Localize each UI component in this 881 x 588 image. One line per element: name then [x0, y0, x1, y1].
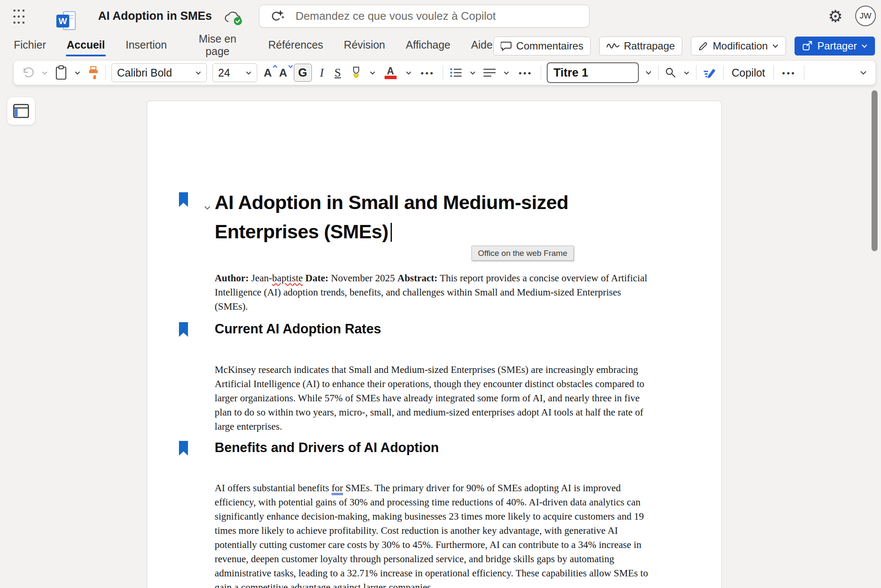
menubar: Fichier Accueil Insertion Mise en page R…: [0, 32, 881, 59]
chevron-down-icon: [74, 71, 80, 75]
copilot-button[interactable]: Copilot: [729, 66, 768, 80]
italic-button[interactable]: I: [317, 66, 327, 80]
style-combo[interactable]: Titre 1: [547, 62, 639, 83]
chevron-down-icon: [406, 71, 412, 75]
doc-meta-paragraph[interactable]: Author: Jean-baptiste Date: November 202…: [215, 271, 654, 314]
menu-mise-en-page[interactable]: Mise en page: [187, 28, 249, 65]
undo-menu-chevron[interactable]: [41, 70, 49, 76]
search-icon: [665, 67, 676, 78]
ribbon-divider: [804, 65, 804, 80]
grow-font-button[interactable]: A: [263, 65, 273, 80]
chevron-down-icon: [645, 71, 652, 75]
more-paragraph-options-button[interactable]: ●●●: [516, 69, 535, 77]
chevron-down-icon: [370, 71, 376, 75]
document-page[interactable]: AI Adoption in Small and Medium-sized En…: [147, 101, 722, 588]
copilot-search-box[interactable]: [259, 5, 589, 28]
menu-items: Fichier Accueil Insertion Mise en page R…: [13, 28, 493, 65]
copilot-search-input[interactable]: [295, 9, 585, 23]
font-name-combo[interactable]: Calibri Bold: [111, 63, 207, 82]
bookmark-icon: [179, 322, 188, 337]
comment-icon: [501, 41, 512, 51]
highlighter-icon: [350, 66, 362, 79]
format-painter-icon: [88, 65, 99, 80]
font-color-menu-chevron[interactable]: [405, 70, 413, 76]
align-lines-icon: [483, 68, 496, 77]
doc-heading2-adoption[interactable]: Current AI Adoption Rates: [215, 321, 381, 337]
ribbon-divider: [443, 65, 443, 80]
menu-affichage[interactable]: Affichage: [405, 34, 451, 58]
format-painter-button[interactable]: [87, 65, 100, 81]
share-button[interactable]: Partager: [795, 37, 875, 55]
pencil-icon: [698, 41, 708, 51]
bold-button[interactable]: G: [294, 64, 312, 82]
style-menu-chevron[interactable]: [644, 70, 653, 76]
menu-aide[interactable]: Aide: [470, 34, 493, 58]
font-size-combo[interactable]: 24: [213, 63, 257, 82]
paste-button[interactable]: [54, 65, 68, 81]
find-button[interactable]: [664, 66, 677, 79]
cloud-saved-icon: [224, 11, 244, 28]
sidebar-panel-icon: [13, 104, 29, 118]
paragraph-spacing-button[interactable]: [482, 67, 497, 78]
find-menu-chevron[interactable]: [683, 70, 690, 76]
chevron-down-icon: [246, 71, 252, 75]
chevron-down-icon: [772, 44, 779, 48]
bookmark-icon: [179, 441, 188, 456]
doc-heading1-line1[interactable]: AI Adoption in Small and Medium-sized: [215, 191, 568, 214]
caret-down-icon: [288, 65, 293, 68]
chevron-down-icon: [204, 206, 211, 210]
vertical-scrollbar-thumb[interactable]: [872, 90, 878, 251]
app-launcher-button[interactable]: [9, 7, 28, 26]
doc-heading2-benefits[interactable]: Benefits and Drivers of AI Adoption: [215, 440, 439, 456]
highlight-menu-chevron[interactable]: [369, 70, 376, 76]
ribbon-overflow-button[interactable]: ●●●: [779, 69, 799, 77]
more-font-options-button[interactable]: ●●●: [418, 69, 437, 77]
heading-collapse-chevron[interactable]: [201, 204, 213, 212]
highlight-button[interactable]: [349, 65, 363, 80]
editor-pen-icon: [703, 66, 717, 79]
clipboard-icon: [55, 65, 67, 80]
menu-accueil[interactable]: Accueil: [66, 34, 106, 58]
catchup-button[interactable]: Rattrapage: [599, 37, 682, 55]
ribbon-divider: [773, 65, 774, 80]
account-avatar[interactable]: JW: [855, 6, 876, 26]
menu-insertion[interactable]: Insertion: [125, 34, 168, 58]
chevron-down-icon: [860, 71, 867, 75]
gear-icon: ⚙: [828, 7, 843, 25]
share-icon: [802, 40, 813, 52]
text-cursor: [391, 223, 392, 242]
editor-button[interactable]: [702, 65, 718, 80]
settings-gear-button[interactable]: ⚙: [824, 5, 847, 28]
font-color-swatch: [385, 76, 397, 79]
bullet-list-button[interactable]: [449, 67, 463, 79]
collapse-ribbon-button[interactable]: [859, 70, 868, 76]
chevron-down-icon: [503, 71, 509, 75]
shrink-font-button[interactable]: A: [278, 65, 288, 80]
chevron-down-icon: [861, 44, 868, 48]
copilot-sparkle-icon: [270, 9, 285, 24]
frame-tooltip: Office on the web Frame: [471, 246, 574, 261]
bullet-list-icon: [450, 68, 462, 78]
ribbon-divider: [105, 65, 106, 80]
svg-text:W: W: [59, 16, 67, 26]
caret-up-icon: [272, 65, 278, 68]
chevron-down-icon: [42, 71, 48, 75]
doc-benefits-paragraph[interactable]: AI offers substantial benefits for SMEs.…: [215, 481, 654, 588]
waffle-dot: [13, 9, 15, 12]
font-color-button[interactable]: A: [382, 66, 399, 80]
underline-button[interactable]: S: [332, 66, 344, 80]
bookmark-icon: [179, 192, 188, 207]
bullet-menu-chevron[interactable]: [469, 70, 477, 76]
undo-button[interactable]: [22, 66, 35, 79]
menu-fichier[interactable]: Fichier: [13, 34, 47, 58]
editing-mode-button[interactable]: Modification: [691, 37, 786, 55]
chevron-down-icon: [470, 71, 476, 75]
doc-heading1-line2[interactable]: Enterprises (SMEs): [215, 221, 392, 243]
menu-references[interactable]: Références: [268, 34, 324, 58]
doc-adoption-paragraph[interactable]: McKinsey research indicates that Small a…: [215, 363, 654, 434]
menu-revision[interactable]: Révision: [343, 34, 386, 58]
navigation-pane-toggle[interactable]: [7, 97, 35, 125]
comments-button[interactable]: Commentaires: [493, 37, 591, 55]
paste-menu-chevron[interactable]: [74, 70, 81, 76]
paragraph-menu-chevron[interactable]: [502, 70, 510, 76]
